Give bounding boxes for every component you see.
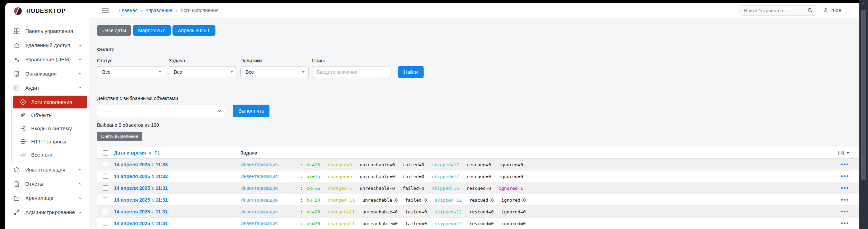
breadcrumb-home[interactable]: Главная [119,8,138,13]
page-scrollbar[interactable]: ⌃ [859,0,868,229]
sidebar-item-logins[interactable]: Входы в систему [5,122,89,135]
task-select[interactable]: Все [169,66,237,78]
action-select[interactable]: --------- [97,105,225,117]
row-actions-button[interactable] [840,221,849,226]
march-2025-button[interactable]: Март 2025 г. [133,25,171,36]
log-date-link[interactable]: 14 апреля 2025 г. 11:33 [114,162,168,167]
sidebar-item-administration[interactable]: Администрирование [5,205,89,219]
stat-failed: failed=0 [405,221,427,226]
actions-row: --------- Выполнить [97,105,859,117]
stat-ignored: ignored=0 [501,221,525,226]
column-date-header[interactable]: Дата и время [114,150,146,156]
sidebar-item-label: HTTP запросы [31,139,66,144]
log-date-link[interactable]: 14 апреля 2025 г. 11:31 [114,209,168,214]
stat-ignored: ignored=0 [499,174,523,179]
april-2025-button[interactable]: Апрель 2025 г. [172,25,215,36]
search-icon[interactable] [807,7,813,13]
row-checkbox[interactable] [103,174,108,179]
task-link[interactable]: Инвентаризация [240,209,300,214]
log-date-link[interactable]: 14 апреля 2025 г. 11:32 [114,174,168,179]
sidebar-item-reports[interactable]: Отчеты [5,177,89,191]
row-actions-button[interactable] [840,174,849,179]
breadcrumb-management[interactable]: Управление [145,8,172,13]
select-all-checkbox[interactable] [103,150,108,156]
table-row: 14 апреля 2025 г. 11:32 Инвентаризация :… [97,170,859,182]
brand-logo-icon [14,7,23,16]
sidebar: RUDESKTOP Панель управления Удаленный до… [5,3,89,229]
stat-rescued: rescued=0 [469,221,494,226]
clear-selection-button[interactable]: Снять выделение [97,132,142,141]
status-select[interactable]: Все [97,66,165,78]
sidebar-item-http-requests[interactable]: HTTP запросы [5,135,89,148]
objects-icon [20,112,26,118]
execute-button[interactable]: Выполнить [233,105,269,117]
brand-logo[interactable]: RUDESKTOP [5,3,89,19]
row-checkbox[interactable] [103,162,108,167]
sidebar-item-storage[interactable]: Хранилище [5,191,89,205]
log-date-link[interactable]: 14 апреля 2025 г. 11:31 [114,197,168,203]
column-config-button[interactable] [834,148,853,158]
stat-skipped: skipped=17 [432,162,459,167]
task-link[interactable]: Инвентаризация [240,221,300,226]
chevron-up-icon [78,86,82,90]
sidebar-item-objects[interactable]: Объекты [5,108,89,122]
sidebar-item-remote-access[interactable]: Удаленный доступ [5,38,89,52]
log-date-link[interactable]: 14 апреля 2025 г. 11:31 [114,185,168,191]
stat-rescued: rescued=0 [467,186,491,191]
sidebar-item-dashboard[interactable]: Панель управления [5,24,89,38]
username: rude [831,8,841,13]
scrollbar-thumb[interactable] [861,10,866,180]
all-dates-button[interactable]: ‹ Все даты [97,25,131,36]
stat-changed: changed=5 [328,162,352,167]
task-link[interactable]: Инвентаризация [240,197,300,203]
breadcrumb-current: Логи исполнения [180,8,219,13]
clear-sort-icon[interactable]: ✕ [148,150,152,156]
row-actions-button[interactable] [840,186,849,191]
sidebar-item-label: Отчеты [25,181,43,187]
filter-search-input[interactable] [312,66,390,78]
sidebar-item-inventory[interactable]: Инвентаризация [5,162,89,177]
row-actions-button[interactable] [840,197,849,202]
task-link[interactable]: Инвентаризация [240,162,300,167]
scrollbar-up-arrow[interactable]: ⌃ [859,1,868,8]
find-button[interactable]: Найти [398,66,424,78]
stat-ignored: ignored=0 [499,162,523,167]
row-actions-button[interactable] [840,209,849,214]
log-date-link[interactable]: 14 апреля 2025 г. 11:31 [114,221,168,226]
row-actions-button[interactable] [840,162,849,167]
stat-rescued: rescued=0 [467,174,491,179]
sidebar-item-label: Аудит [25,85,39,91]
row-checkbox[interactable] [103,197,108,202]
row-checkbox[interactable] [103,221,108,226]
task-link[interactable]: Инвентаризация [240,185,300,191]
sort-az-icon[interactable]: AZ [154,150,160,155]
user-menu[interactable]: rude [823,7,841,14]
actions-title: Действия с выбранными объектами [97,96,859,101]
login-icon [20,125,26,132]
sidebar-item-all-logs[interactable]: Все логи [5,148,89,161]
hamburger-menu-icon[interactable] [102,8,109,13]
sidebar-item-organization[interactable]: Организация [5,67,89,81]
brand-name: RUDESKTOP [26,8,66,15]
policies-select[interactable]: Все [240,66,309,78]
sidebar-item-label: Входы в систему [31,125,72,131]
sidebar-item-label: Объекты [31,112,53,118]
sidebar-item-uem[interactable]: Управление (UEM) [5,52,89,67]
sidebar-item-audit[interactable]: Аудит [5,81,89,95]
stat-failed: failed=0 [402,162,424,167]
column-task-header: Задача [240,150,257,156]
row-checkbox[interactable] [103,209,108,214]
sidebar-item-label: Организация [25,71,56,77]
stat-ok: ok=16 [307,186,320,191]
stat-changed: changed=11 [328,197,355,203]
row-checkbox[interactable] [103,185,108,191]
run-stats: :ok=20changed=11unreachable=0failed=0ski… [300,197,533,203]
sidebar-item-execution-logs[interactable]: Логи исполнения [13,96,87,108]
status-label: Статус [97,58,165,63]
audit-submenu: Логи исполнения Объекты Входы в систему … [5,95,89,162]
topbar: Главная › Управление › Логи исполнения r… [89,3,859,18]
task-link[interactable]: Инвентаризация [240,174,300,179]
stat-changed: changed=11 [328,209,355,214]
search-input[interactable] [739,5,816,16]
filter-row: Статус Все Задача Все Политики Все Поиск… [97,58,859,78]
